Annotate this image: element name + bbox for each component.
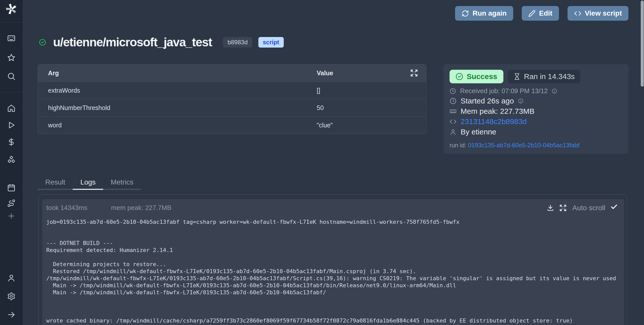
plus-icon[interactable]: [7, 212, 16, 220]
arrow-right-icon[interactable]: [7, 310, 16, 319]
tab-logs[interactable]: Logs: [73, 176, 103, 190]
runs-play-icon[interactable]: [7, 121, 16, 129]
run-id-link[interactable]: 0193c135-ab7d-60e5-2b10-04b5ac13fabf: [468, 142, 579, 149]
hourglass-icon: [513, 73, 520, 80]
sidebar-divider: [0, 92, 23, 92]
memory-chip-icon: [450, 108, 457, 115]
run-again-button[interactable]: Run again: [455, 6, 513, 21]
page-title: u/etienne/microsoft_java_test: [53, 35, 212, 49]
auto-scroll-checkbox[interactable]: [610, 203, 618, 212]
clock-icon: [450, 88, 456, 94]
script-hash-link[interactable]: 23131148c2b8983d: [461, 117, 527, 126]
view-script-button[interactable]: View script: [568, 6, 628, 21]
arg-value: []: [317, 87, 320, 94]
arg-name: highNumberThreshold: [38, 104, 110, 112]
sidebar: [0, 0, 23, 325]
star-icon[interactable]: [7, 53, 16, 62]
search-icon[interactable]: [7, 72, 16, 81]
pencil-icon: [528, 10, 536, 17]
user-icon: [450, 128, 457, 135]
run-id-row: run id: 0193c135-ab7d-60e5-2b10-04b5ac13…: [450, 142, 622, 149]
info-icon: [518, 98, 524, 104]
log-header: took 14343ms mem peak: 227.7MB Auto scro…: [42, 199, 624, 212]
args-table-header: Arg Value: [38, 64, 426, 82]
table-row: word "clue": [38, 116, 426, 134]
log-viewer: took 14343ms mem peak: 227.7MB Auto scro…: [42, 199, 624, 325]
table-row: extraWords []: [38, 82, 426, 99]
sidebar-divider: [0, 22, 23, 22]
schedules-calendar-icon[interactable]: [7, 184, 16, 192]
expand-args-icon[interactable]: [410, 69, 418, 77]
tab-result[interactable]: Result: [38, 176, 73, 190]
check-icon: [610, 203, 618, 211]
by-row: By etienne: [450, 128, 622, 136]
auto-scroll-label: Auto scroll: [572, 204, 605, 212]
success-check-icon: [39, 39, 46, 46]
job-run-page: Run again Edit View script u/etienne/mic…: [0, 0, 644, 325]
tabs: Result Logs Metrics: [38, 176, 141, 190]
tab-metrics[interactable]: Metrics: [103, 176, 141, 190]
keyboard-icon[interactable]: [7, 34, 16, 43]
script-hash-row: 23131148c2b8983d: [450, 117, 622, 126]
download-icon[interactable]: [547, 204, 554, 212]
run-id-label: run id:: [450, 142, 466, 149]
page-scrollbar[interactable]: [641, 1, 644, 87]
arg-name: extraWords: [38, 87, 80, 94]
duration-chip: Ran in 14.343s: [508, 70, 580, 83]
info-icon: [552, 88, 557, 94]
expand-log-icon[interactable]: [559, 204, 567, 212]
status-panel: Success Ran in 14.343s Received job: 07:…: [444, 64, 628, 154]
log-took: took 14343ms: [46, 204, 87, 212]
arg-value: 50: [317, 104, 324, 112]
status-badge: Success: [450, 70, 503, 83]
dollar-sign-icon[interactable]: [7, 138, 16, 146]
check-circle-icon: [456, 73, 463, 80]
user-icon[interactable]: [7, 274, 16, 282]
started-row: Started 26s ago: [450, 97, 622, 105]
received-row: Received job: 07:09 PM 13/12: [450, 87, 622, 95]
clock-icon: [450, 97, 457, 104]
args-table: Arg Value extraWords [] highNumberThresh…: [38, 64, 426, 134]
col-arg: Arg: [38, 69, 59, 77]
route-icon[interactable]: [7, 199, 16, 207]
arg-value: "clue": [317, 122, 333, 129]
arg-name: word: [38, 122, 62, 129]
settings-gear-icon[interactable]: [7, 292, 16, 301]
toolbar: Run again Edit View script: [455, 6, 628, 21]
table-row: highNumberThreshold 50: [38, 99, 426, 116]
hash-badge: b8983d: [223, 37, 252, 48]
log-mem-peak: mem peak: 227.7MB: [111, 204, 171, 212]
title-row: u/etienne/microsoft_java_test b8983d scr…: [39, 35, 284, 49]
col-value: Value: [317, 69, 333, 77]
log-content[interactable]: job=0193c135-ab7d-60e5-2b10-04b5ac13fabf…: [42, 219, 622, 324]
edit-button[interactable]: Edit: [522, 6, 559, 21]
home-icon[interactable]: [7, 104, 16, 113]
script-badge: script: [258, 37, 284, 48]
windmill-logo-icon[interactable]: [5, 3, 17, 15]
mem-peak-row: Mem peak: 227.73MB: [450, 107, 622, 116]
main-content: Run again Edit View script u/etienne/mic…: [23, 0, 644, 325]
resources-boxes-icon[interactable]: [7, 155, 16, 164]
refresh-icon: [462, 10, 469, 17]
code-icon: [450, 118, 457, 125]
log-panel: took 14343ms mem peak: 227.7MB Auto scro…: [38, 194, 627, 325]
code-icon: [574, 10, 581, 17]
